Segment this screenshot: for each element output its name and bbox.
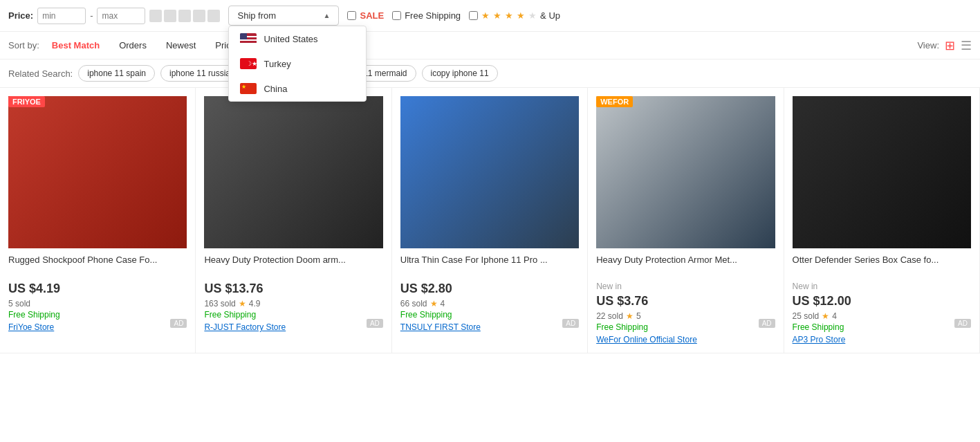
ad-badge-2: AD — [367, 319, 383, 328]
grid-view-icon[interactable]: ⊞ — [945, 38, 955, 53]
ad-badge-3: AD — [562, 319, 579, 328]
product-image-5 — [793, 96, 971, 248]
product-card-4[interactable]: WEFOR Heavy Duty Protection Armor Met...… — [588, 88, 784, 353]
product-card-3[interactable]: Ultra Thin Case For Iphone 11 Pro ... US… — [392, 88, 588, 353]
products-grid: FRIYOE Rugged Shockpoof Phone Case Fo...… — [0, 88, 980, 353]
ship-option-turkey[interactable]: ☽★ Turkey — [229, 51, 366, 76]
sort-newest[interactable]: Newest — [159, 37, 203, 53]
ship-from-wrapper: Ship from ▲ United States ☽★ Turkey ★ Ch… — [228, 6, 339, 26]
rating-check-item[interactable]: ★ ★ ★ ★ ★ & Up — [469, 10, 560, 21]
view-label: View: — [917, 40, 939, 50]
price-max-input[interactable] — [97, 8, 145, 24]
tag-iphone11-russia[interactable]: iphone 11 russia — [160, 65, 239, 82]
price-slider[interactable] — [149, 10, 220, 22]
product-badge-4: WEFOR — [596, 96, 633, 107]
price-dash: - — [90, 10, 93, 21]
product-title-3: Ultra Thin Case For Iphone 11 Pro ... — [400, 254, 579, 279]
star4: ★ — [517, 10, 525, 21]
ad-badge-5: AD — [954, 319, 971, 328]
free-shipping-checkbox[interactable] — [392, 11, 401, 20]
product-new-4: New in — [596, 282, 775, 291]
product-sold-1: 5 sold — [8, 299, 187, 309]
related-search-label: Related Search: — [8, 68, 73, 79]
ship-from-label: Ship from — [237, 10, 276, 21]
product-sold-2: 163 sold ★ 4.9 — [204, 299, 382, 309]
product-price-1: US $4.19 — [8, 282, 187, 296]
filter-checks: SALE Free Shipping ★ ★ ★ ★ ★ & Up — [347, 10, 560, 21]
star1: ★ — [481, 10, 490, 21]
free-shipping-label: Free Shipping — [405, 10, 461, 21]
china-flag-icon: ★ — [240, 83, 257, 94]
product-store-5[interactable]: AP3 Pro Store — [793, 335, 971, 344]
ad-badge-4: AD — [759, 319, 775, 328]
list-view-icon[interactable]: ☰ — [961, 38, 972, 53]
sale-checkbox[interactable] — [347, 11, 356, 20]
tag-iphone11-spain[interactable]: iphone 11 spain — [78, 65, 155, 82]
ship-option-us[interactable]: United States — [229, 26, 366, 51]
sale-label: SALE — [360, 10, 384, 21]
product-store-2[interactable]: R-JUST Factory Store — [204, 322, 382, 332]
product-stars-5: ★ — [822, 311, 829, 321]
product-shipping-2: Free Shipping — [204, 310, 382, 320]
product-sold-5: 25 sold ★ 4 — [793, 311, 971, 321]
turkey-flag-icon: ☽★ — [240, 58, 257, 69]
product-shipping-3: Free Shipping — [400, 310, 579, 320]
related-search-bar: Related Search: iphone 11 spain iphone 1… — [0, 59, 980, 88]
sort-bar: Sort by: Best Match Orders Newest Price … — [0, 32, 980, 59]
product-store-3[interactable]: TNSULY FIRST Store — [400, 322, 579, 332]
product-price-5: US $12.00 — [793, 294, 971, 309]
product-store-1[interactable]: FriYoe Store — [8, 322, 187, 332]
ship-option-us-label: United States — [264, 34, 317, 44]
product-price-2: US $13.76 — [204, 282, 382, 296]
filter-bar: Price: - Ship from ▲ United States ☽★ Tu… — [0, 0, 980, 32]
product-shipping-4: Free Shipping — [596, 322, 775, 332]
product-card-5[interactable]: Otter Defender Series Box Case fo... New… — [784, 88, 980, 353]
product-title-2: Heavy Duty Protection Doom arm... — [204, 254, 382, 279]
sort-label: Sort by: — [8, 40, 39, 50]
star3: ★ — [505, 10, 513, 21]
product-image-3 — [400, 96, 579, 248]
sort-orders[interactable]: Orders — [112, 37, 154, 53]
tag-icopy-iphone11[interactable]: icopy iphone 11 — [422, 65, 498, 82]
ad-badge-1: AD — [170, 319, 187, 328]
sort-best-match[interactable]: Best Match — [45, 37, 107, 53]
star5-empty: ★ — [528, 10, 537, 21]
product-stars-4: ★ — [626, 311, 634, 321]
product-title-5: Otter Defender Series Box Case fo... — [793, 254, 971, 279]
price-filter: Price: - — [8, 8, 220, 24]
product-stars-2: ★ — [239, 299, 246, 309]
sale-check-item[interactable]: SALE — [347, 10, 384, 21]
product-image-1 — [8, 96, 187, 248]
product-card-1[interactable]: FRIYOE Rugged Shockpoof Phone Case Fo...… — [0, 88, 196, 353]
us-flag-icon — [240, 33, 257, 44]
chevron-up-icon: ▲ — [324, 12, 331, 19]
price-min-input[interactable] — [37, 8, 86, 24]
product-image-2 — [204, 96, 382, 248]
product-shipping-1: Free Shipping — [8, 310, 187, 320]
product-price-4: US $3.76 — [596, 294, 775, 309]
product-stars-3: ★ — [430, 299, 438, 309]
product-card-2[interactable]: Heavy Duty Protection Doom arm... US $13… — [196, 88, 391, 353]
product-shipping-5: Free Shipping — [793, 322, 971, 332]
stars-up-label: & Up — [540, 10, 560, 21]
product-new-5: New in — [793, 282, 971, 291]
product-sold-4: 22 sold ★ 5 — [596, 311, 775, 321]
ship-from-button[interactable]: Ship from ▲ — [228, 6, 339, 26]
free-shipping-check-item[interactable]: Free Shipping — [392, 10, 461, 21]
product-badge-1: FRIYOE — [8, 96, 45, 107]
product-store-4[interactable]: WeFor Online Official Store — [596, 335, 775, 344]
ship-option-china-label: China — [264, 84, 287, 94]
star2: ★ — [493, 10, 501, 21]
view-controls: View: ⊞ ☰ — [917, 38, 972, 53]
product-title-4: Heavy Duty Protection Armor Met... — [596, 254, 775, 279]
product-image-4 — [596, 96, 775, 248]
product-price-3: US $2.80 — [400, 282, 579, 296]
ship-from-dropdown: United States ☽★ Turkey ★ China — [228, 26, 367, 102]
ship-option-turkey-label: Turkey — [264, 59, 290, 69]
price-label: Price: — [8, 10, 33, 21]
product-title-1: Rugged Shockpoof Phone Case Fo... — [8, 254, 187, 279]
ship-option-china[interactable]: ★ China — [229, 76, 366, 101]
rating-checkbox[interactable] — [469, 11, 478, 20]
product-sold-3: 66 sold ★ 4 — [400, 299, 579, 309]
